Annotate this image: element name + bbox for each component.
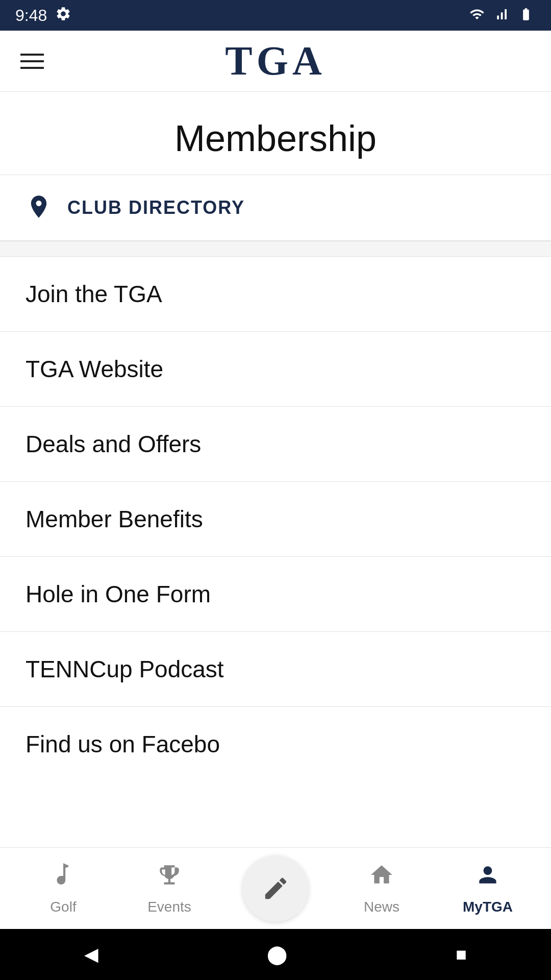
nav-item-news[interactable]: News	[329, 862, 435, 915]
android-back-button[interactable]: ◀	[84, 944, 98, 965]
page-title: Membership	[20, 117, 531, 159]
trophy-icon	[157, 862, 182, 894]
menu-item-join-tga[interactable]: Join the TGA	[0, 257, 551, 332]
menu-list: Join the TGA TGA Website Deals and Offer…	[0, 257, 551, 781]
app-logo: TGA	[225, 38, 325, 84]
section-spacer	[0, 241, 551, 257]
android-home-button[interactable]: ⬤	[267, 944, 287, 965]
battery-icon	[516, 7, 536, 23]
menu-item-label: Find us on Facebo	[26, 731, 220, 757]
person-icon	[475, 862, 500, 894]
header: TGA	[0, 31, 551, 92]
golf-icon	[51, 862, 76, 894]
menu-item-member-benefits[interactable]: Member Benefits	[0, 482, 551, 557]
nav-label-golf: Golf	[50, 899, 76, 915]
club-directory-label: CLUB DIRECTORY	[67, 197, 245, 218]
android-recents-button[interactable]: ■	[456, 944, 467, 965]
page-title-section: Membership	[0, 92, 551, 175]
location-icon	[26, 193, 52, 222]
menu-item-deals-offers[interactable]: Deals and Offers	[0, 407, 551, 482]
nav-item-events[interactable]: Events	[116, 862, 222, 915]
menu-item-label: Hole in One Form	[26, 581, 211, 607]
nav-item-mytga[interactable]: MyTGA	[435, 862, 541, 915]
menu-item-label: Member Benefits	[26, 506, 203, 532]
android-nav-bar: ◀ ⬤ ■	[0, 929, 551, 980]
membership-fab-button[interactable]	[242, 855, 309, 922]
menu-item-hole-in-one[interactable]: Hole in One Form	[0, 557, 551, 632]
menu-item-find-facebook[interactable]: Find us on Facebo	[0, 707, 551, 781]
menu-item-tga-website[interactable]: TGA Website	[0, 332, 551, 407]
status-time: 9:48	[15, 6, 47, 25]
nav-label-news: News	[364, 899, 399, 915]
wifi-icon	[467, 7, 487, 24]
menu-item-label: Join the TGA	[26, 281, 162, 307]
signal-icon	[494, 7, 509, 24]
status-bar: 9:48	[0, 0, 551, 31]
nav-label-events: Events	[147, 899, 191, 915]
menu-item-label: Deals and Offers	[26, 431, 201, 457]
menu-item-tenncup-podcast[interactable]: TENNCup Podcast	[0, 632, 551, 707]
hamburger-menu-button[interactable]	[20, 54, 44, 69]
menu-item-label: TGA Website	[26, 356, 163, 382]
gear-icon	[55, 6, 71, 26]
status-icons-right	[467, 7, 536, 24]
news-home-icon	[369, 862, 394, 894]
menu-item-label: TENNCup Podcast	[26, 656, 224, 682]
nav-item-golf[interactable]: Golf	[10, 862, 116, 915]
nav-label-mytga: MyTGA	[463, 899, 513, 915]
bottom-navigation: Golf Events News	[0, 847, 551, 929]
club-directory-section[interactable]: CLUB DIRECTORY	[0, 175, 551, 241]
